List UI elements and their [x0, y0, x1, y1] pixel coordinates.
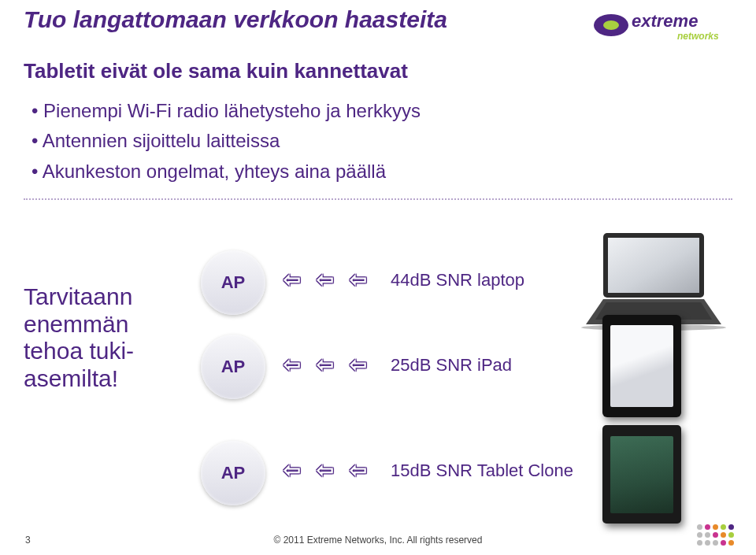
section-divider	[24, 198, 732, 200]
left-arrow-icon: ⇦	[317, 353, 334, 377]
page-number: 3	[25, 535, 31, 546]
svg-point-1	[603, 20, 619, 30]
signal-row: ⇦ ⇦ ⇦ 44dB SNR laptop	[284, 268, 524, 292]
page-title: Tuo langattomaan verkkoon haasteita	[24, 6, 447, 33]
tablet-screen	[610, 325, 673, 407]
signal-row: ⇦ ⇦ ⇦ 25dB SNR iPad	[284, 353, 512, 377]
page-subtitle: Tabletit eivät ole sama kuin kannettavat	[24, 59, 408, 83]
tablet-clone-illustration	[602, 425, 681, 524]
bullet-item: Antennien sijoittelu laitteissa	[32, 126, 421, 156]
ap-node: AP	[201, 335, 265, 399]
snr-label: 15dB SNR Tablet Clone	[391, 461, 573, 481]
bullet-list: Pienempi Wi-Fi radio lähetysteho ja herk…	[32, 96, 421, 187]
left-arrow-icon: ⇦	[350, 353, 367, 377]
brand-dots-icon	[697, 524, 734, 546]
left-arrow-icon: ⇦	[284, 268, 301, 292]
ap-label: AP	[221, 272, 246, 293]
bullet-item: Akunkeston ongelmat, yhteys aina päällä	[32, 157, 421, 187]
left-arrow-icon: ⇦	[284, 353, 301, 377]
svg-rect-3	[608, 238, 699, 293]
snr-label: 25dB SNR iPad	[391, 355, 512, 376]
copyright-text: © 2011 Extreme Networks, Inc. All rights…	[274, 535, 483, 546]
ipad-illustration	[602, 315, 681, 417]
left-arrow-icon: ⇦	[317, 268, 334, 292]
brand-text-sub: networks	[677, 31, 719, 42]
brand-text-main: extreme	[632, 11, 698, 31]
ap-node: AP	[201, 441, 265, 505]
callout-text: Tarvitaann enemmän tehoa tuki-asemilta!	[24, 283, 181, 392]
left-arrow-icon: ⇦	[317, 458, 334, 483]
signal-row: ⇦ ⇦ ⇦ 15dB SNR Tablet Clone	[284, 458, 573, 483]
brand-logo: extreme networks	[592, 8, 734, 46]
ap-label: AP	[221, 463, 246, 483]
bullet-item: Pienempi Wi-Fi radio lähetysteho ja herk…	[32, 96, 421, 126]
ap-node: AP	[201, 250, 265, 315]
left-arrow-icon: ⇦	[350, 268, 367, 292]
left-arrow-icon: ⇦	[284, 458, 301, 483]
ap-label: AP	[221, 357, 246, 377]
snr-label: 44dB SNR laptop	[391, 270, 524, 290]
tablet-screen	[610, 436, 673, 513]
diagram-area: Tarvitaann enemmän tehoa tuki-asemilta! …	[0, 236, 756, 520]
left-arrow-icon: ⇦	[350, 458, 367, 483]
